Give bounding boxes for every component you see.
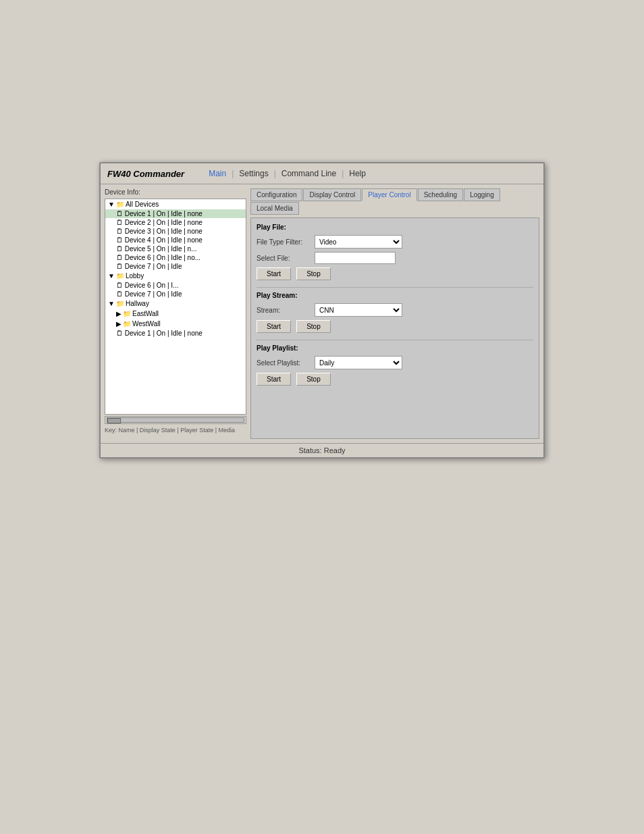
tree-group-all-devices[interactable]: ▼ 📁 All Devices xyxy=(105,199,246,209)
file-type-filter-select[interactable]: Video Audio Image xyxy=(315,235,402,249)
tree-device-5[interactable]: 🗒 Device 5 | On | Idle | n... xyxy=(105,244,246,253)
divider-2 xyxy=(257,340,533,340)
play-stream-start-button[interactable]: Start xyxy=(257,320,291,333)
device-icon-1: 🗒 xyxy=(116,210,123,217)
menu-cmdline[interactable]: Command Line xyxy=(277,167,340,180)
expand-icon-hallway: ▼ xyxy=(108,300,115,307)
device-icon-2: 🗒 xyxy=(116,219,123,226)
folder-icon-west: 📁 xyxy=(123,320,131,328)
left-panel: Device Info: ▼ 📁 All Devices 🗒 Device 1 … xyxy=(105,188,246,439)
group-label-lobby: Lobby xyxy=(126,272,144,280)
expand-icon-east: ▶ xyxy=(116,310,122,317)
menu-bar: Main | Settings | Command Line | Help xyxy=(205,167,370,180)
device-icon-h1: 🗒 xyxy=(116,330,123,337)
group-label-hallway: Hallway xyxy=(126,300,149,307)
tabs-bar: Configuration Display Control Player Con… xyxy=(250,188,539,215)
expand-icon-all: ▼ xyxy=(108,201,115,208)
tree-device-4[interactable]: 🗒 Device 4 | On | Idle | none xyxy=(105,236,246,244)
play-playlist-section: Play Playlist: Select Playlist: Daily We… xyxy=(257,344,533,386)
tab-scheduling[interactable]: Scheduling xyxy=(418,188,463,201)
folder-icon-all: 📁 xyxy=(116,201,124,208)
tree-lobby-device-6[interactable]: 🗒 Device 6 | On | I... xyxy=(105,281,246,290)
play-file-section: Play File: File Type Filter: Video Audio… xyxy=(257,224,533,280)
group-label-west: WestWall xyxy=(132,320,161,328)
select-file-input[interactable] xyxy=(315,252,396,264)
group-label-all: All Devices xyxy=(126,201,159,208)
device-info-label: Device Info: xyxy=(105,188,246,196)
select-playlist-label: Select Playlist: xyxy=(257,359,311,367)
device-icon-l7: 🗒 xyxy=(116,290,123,298)
device-icon-3: 🗒 xyxy=(116,228,123,235)
group-label-east: EastWall xyxy=(132,310,159,317)
play-file-label: Play File: xyxy=(257,224,533,231)
page-wrapper: FW40 Commander Main | Settings | Command… xyxy=(0,81,644,834)
tree-group-hallway[interactable]: ▼ 📁 Hallway xyxy=(105,298,246,309)
folder-icon-hallway: 📁 xyxy=(116,300,124,307)
tree-device-1[interactable]: 🗒 Device 1 | On | Idle | none xyxy=(105,209,246,218)
app-title: FW40 Commander xyxy=(107,169,184,179)
tree-device-2[interactable]: 🗒 Device 2 | On | Idle | none xyxy=(105,218,246,227)
stream-row: Stream: CNN ESPN NBC ABC xyxy=(257,303,533,317)
select-playlist-select[interactable]: Daily Weekly Monthly xyxy=(315,356,402,369)
menu-help[interactable]: Help xyxy=(345,167,370,180)
device-icon-4: 🗒 xyxy=(116,236,123,244)
status-value: Ready xyxy=(324,446,346,454)
tree-device-3[interactable]: 🗒 Device 3 | On | Idle | none xyxy=(105,227,246,236)
tree-container[interactable]: ▼ 📁 All Devices 🗒 Device 1 | On | Idle |… xyxy=(105,199,246,415)
menu-settings[interactable]: Settings xyxy=(235,167,272,180)
right-panel: Configuration Display Control Player Con… xyxy=(250,188,539,439)
scrollbar-thumb[interactable] xyxy=(107,418,121,423)
tree-lobby-device-7[interactable]: 🗒 Device 7 | On | Idle xyxy=(105,290,246,298)
tree-device-6-all[interactable]: 🗒 Device 6 | On | Idle | no... xyxy=(105,253,246,262)
select-playlist-row: Select Playlist: Daily Weekly Monthly xyxy=(257,356,533,369)
play-stream-label: Play Stream: xyxy=(257,292,533,299)
tree-scrollbar[interactable] xyxy=(105,416,246,424)
key-legend: Key: Name | Display State | Player State… xyxy=(105,427,246,434)
tree-group-lobby[interactable]: ▼ 📁 Lobby xyxy=(105,271,246,281)
folder-icon-east: 📁 xyxy=(123,310,131,317)
title-bar: FW40 Commander Main | Settings | Command… xyxy=(101,163,543,184)
tree-device-7-all[interactable]: 🗒 Device 7 | On | Idle xyxy=(105,262,246,271)
play-stream-buttons: Start Stop xyxy=(257,320,533,333)
tab-local-media[interactable]: Local Media xyxy=(250,202,299,215)
status-label: Status: xyxy=(298,446,321,454)
status-bar: Status: Ready xyxy=(101,443,543,457)
play-stream-stop-button[interactable]: Stop xyxy=(296,320,331,333)
tree-group-westwall[interactable]: ▶ 📁 WestWall xyxy=(105,319,246,329)
play-file-buttons: Start Stop xyxy=(257,267,533,280)
file-type-filter-label: File Type Filter: xyxy=(257,238,311,246)
device-icon-6: 🗒 xyxy=(116,254,123,261)
spacer xyxy=(257,392,533,433)
folder-icon-lobby: 📁 xyxy=(116,272,124,280)
select-file-row: Select File: xyxy=(257,252,533,264)
stream-select[interactable]: CNN ESPN NBC ABC xyxy=(315,303,402,317)
expand-icon-west: ▶ xyxy=(116,320,122,328)
play-playlist-stop-button[interactable]: Stop xyxy=(296,373,331,386)
scrollbar-track[interactable] xyxy=(107,417,244,423)
tree-group-eastwall[interactable]: ▶ 📁 EastWall xyxy=(105,309,246,319)
tab-player-control[interactable]: Player Control xyxy=(362,188,417,201)
device-icon-7: 🗒 xyxy=(116,263,123,270)
tree-hallway-device-1[interactable]: 🗒 Device 1 | On | Idle | none xyxy=(105,329,246,338)
play-file-stop-button[interactable]: Stop xyxy=(296,267,331,280)
play-playlist-label: Play Playlist: xyxy=(257,344,533,352)
play-stream-section: Play Stream: Stream: CNN ESPN NBC ABC xyxy=(257,292,533,333)
player-control-panel: Play File: File Type Filter: Video Audio… xyxy=(250,217,539,439)
menu-sep-2: | xyxy=(274,169,276,178)
menu-sep-1: | xyxy=(232,169,234,178)
device-icon-5: 🗒 xyxy=(116,245,123,253)
select-file-label: Select File: xyxy=(257,255,311,262)
play-file-start-button[interactable]: Start xyxy=(257,267,291,280)
menu-main[interactable]: Main xyxy=(205,167,230,180)
device-icon-l6: 🗒 xyxy=(116,282,123,289)
stream-label: Stream: xyxy=(257,307,311,314)
app-window: FW40 Commander Main | Settings | Command… xyxy=(99,162,545,459)
tab-display-control[interactable]: Display Control xyxy=(303,188,361,201)
divider-1 xyxy=(257,287,533,288)
expand-icon-lobby: ▼ xyxy=(108,272,115,280)
play-playlist-start-button[interactable]: Start xyxy=(257,373,291,386)
tab-configuration[interactable]: Configuration xyxy=(250,188,302,201)
main-content: Device Info: ▼ 📁 All Devices 🗒 Device 1 … xyxy=(101,184,543,443)
tab-logging[interactable]: Logging xyxy=(464,188,500,201)
file-type-filter-row: File Type Filter: Video Audio Image xyxy=(257,235,533,249)
